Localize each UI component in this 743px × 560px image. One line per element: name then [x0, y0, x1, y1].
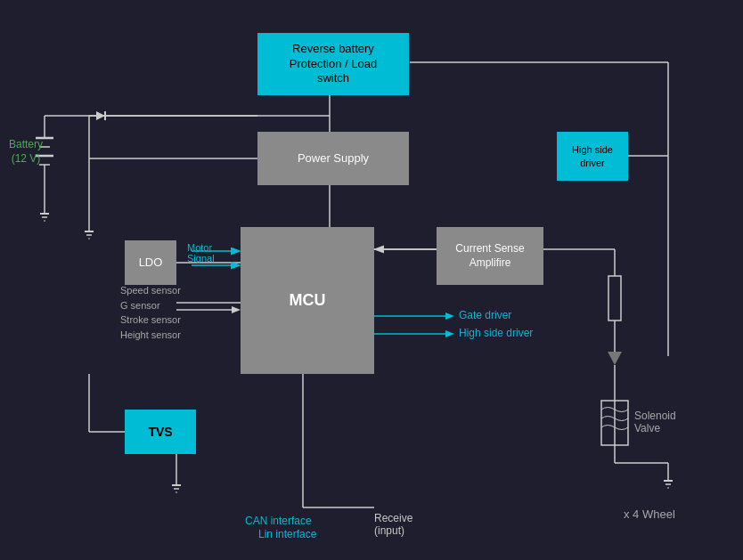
- sensor-arrow-svg: [176, 303, 243, 317]
- stroke-sensor-label: Stroke sensor: [120, 312, 181, 328]
- gate-driver-label: Gate driver: [459, 309, 511, 321]
- height-sensor-label: Height sensor: [120, 328, 181, 343]
- can-interface-label: CAN interface: [245, 515, 312, 527]
- tvs-block: TVS: [125, 410, 196, 454]
- svg-marker-62: [232, 306, 241, 313]
- battery-label: Battery(12 V): [9, 138, 43, 166]
- high-side-driver-label: High sidedriver: [572, 143, 613, 169]
- power-supply-label: Power Supply: [298, 151, 369, 166]
- high-side-driver-block: High sidedriver: [557, 132, 628, 181]
- tvs-label: TVS: [148, 424, 172, 440]
- sensors-label: Speed sensor G sensor Stroke sensor Heig…: [120, 283, 181, 342]
- x4-wheel-label: x 4 Wheel: [624, 507, 675, 521]
- high-side-driver-out-label: High side driver: [459, 327, 533, 339]
- solenoid-valve-label: SolenoidValve: [634, 410, 676, 434]
- speed-sensor-label: Speed sensor: [120, 283, 181, 298]
- power-supply-block: Power Supply: [257, 132, 409, 185]
- g-sensor-label: G sensor: [120, 298, 181, 313]
- motor-signal-label: MotorSignal: [187, 242, 215, 264]
- mcu-block: MCU: [241, 227, 374, 374]
- current-sense-label: Current SenseAmplifire: [455, 242, 524, 270]
- lin-interface-label: Lin interface: [258, 528, 316, 540]
- mcu-label: MCU: [290, 290, 326, 311]
- reverse-battery-label: Reverse batteryProtection / Loadswitch: [290, 42, 377, 87]
- ldo-block: LDO: [125, 240, 176, 285]
- ldo-label: LDO: [139, 256, 163, 271]
- current-sense-block: Current SenseAmplifire: [437, 227, 543, 285]
- diagram: Reverse batteryProtection / Loadswitch P…: [0, 0, 743, 560]
- reverse-battery-block: Reverse batteryProtection / Loadswitch: [257, 33, 409, 95]
- receive-input-label: Receive(input): [374, 512, 412, 537]
